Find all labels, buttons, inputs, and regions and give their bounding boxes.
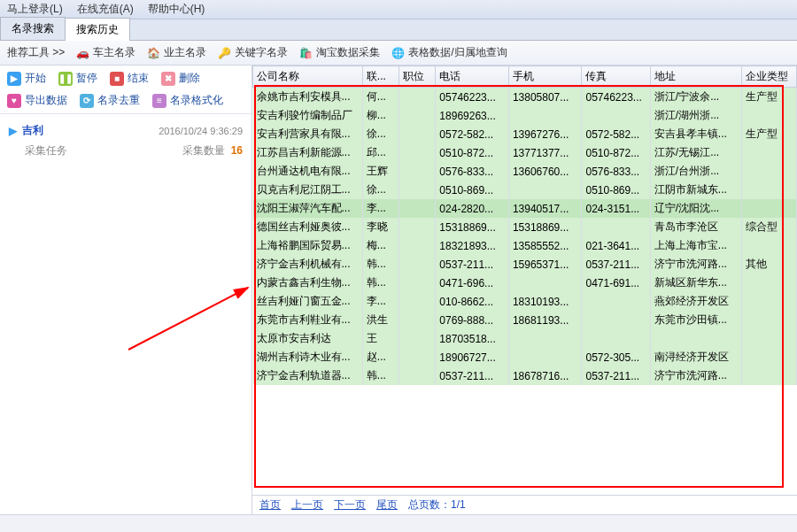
table-row[interactable]: 沈阳王淑萍汽车配...李...024-2820...13940517...024… [253,199,797,218]
btn-export[interactable]: ♥导出数据 [7,93,67,108]
cell-company: 安吉利营家具有限... [253,125,363,143]
table-row[interactable]: 济宁金吉利机械有...韩...0537-211...15965371...053… [253,255,797,274]
table-row[interactable]: 贝克吉利尼江阴工...徐...0510-869...0510-869...江阴市… [253,181,797,199]
table-row[interactable]: 江苏昌吉利新能源...邱...0510-872...13771377...051… [253,143,797,162]
cell-fax: 0510-869... [582,181,650,199]
bag-icon: 🛍️ [298,46,313,60]
cell-fax: 0576-833... [582,162,650,181]
table-row[interactable]: 余姚市吉利安模具...何...05746223...13805807...057… [253,88,797,107]
cell-addr: 东莞市沙田镇... [650,311,741,329]
btn-delete[interactable]: ✖删除 [161,71,200,86]
cell-type [742,274,797,292]
table-row[interactable]: 台州通达机电有限...王辉0576-833...13606760...0576-… [253,162,797,181]
menu-login[interactable]: 马上登录(L) [7,2,63,17]
table-row[interactable]: 安吉利营家具有限...徐...0572-582...13967276...057… [253,125,797,143]
table-row[interactable]: 东莞市吉利鞋业有...洪生0769-888...18681193...东莞市沙田… [253,311,797,329]
right-panel: 公司名称 联... 职位 电话 手机 传真 地址 企业类型 余姚市吉利安模具..… [252,66,797,514]
tab-search[interactable]: 名录搜索 [0,17,66,40]
cell-company: 安吉利骏竹编制品厂 [253,106,363,125]
btn-end[interactable]: ■结束 [110,71,149,86]
table-row[interactable]: 上海裕鹏国际贸易...梅...18321893...13585552...021… [253,236,797,255]
grid-wrap[interactable]: 公司名称 联... 职位 电话 手机 传真 地址 企业类型 余姚市吉利安模具..… [252,66,797,495]
table-row[interactable]: 太原市安吉利达王18703518... [253,329,797,348]
cell-contact: 李... [362,199,398,218]
table-row[interactable]: 内蒙古鑫吉利生物...韩...0471-696...0471-691...新城区… [253,274,797,292]
menu-help[interactable]: 帮助中心(H) [148,2,205,17]
cell-phone: 0537-211... [436,366,509,385]
cell-type [742,199,797,218]
tool-car-owner[interactable]: 🚗车主名录 [75,45,135,60]
cell-addr: 浙江/湖州浙... [650,106,741,125]
cell-contact: 洪生 [362,311,398,329]
cell-type [742,236,797,255]
grid-header-row: 公司名称 联... 职位 电话 手机 传真 地址 企业类型 [253,66,797,88]
left-toolbar: ▶开始 ❚❚暂停 ■结束 ✖删除 ♥导出数据 ⟳名录去重 ≡名录格式化 [0,66,251,114]
cell-phone: 18703518... [436,329,509,348]
cell-fax [582,329,650,348]
cell-phone: 18906727... [436,348,509,366]
table-row[interactable]: 丝吉利娅门窗五金...李...010-8662...18310193...燕郊经… [253,292,797,311]
col-fax[interactable]: 传真 [582,66,650,88]
cell-addr: 济宁市洗河路... [650,366,741,385]
cell-company: 台州通达机电有限... [253,162,363,181]
data-grid: 公司名称 联... 职位 电话 手机 传真 地址 企业类型 余姚市吉利安模具..… [252,66,797,385]
cell-mobile: 15965371... [508,255,582,274]
cell-fax: 021-3641... [582,236,650,255]
tool-keyword[interactable]: 🔑关键字名录 [217,45,288,60]
cell-mobile: 13771377... [508,143,582,162]
cell-title [399,329,436,348]
col-company[interactable]: 公司名称 [253,66,363,88]
cell-mobile [508,181,582,199]
play-icon: ▶ [7,72,21,86]
cell-addr: 燕郊经济开发区 [650,292,741,311]
cell-company: 余姚市吉利安模具... [253,88,363,107]
cell-mobile: 13967276... [508,125,582,143]
pager-prev[interactable]: 上一页 [291,497,323,513]
table-row[interactable]: 湖州吉利诗木业有...赵...18906727...0572-305...南浔经… [253,348,797,366]
tab-history[interactable]: 搜索历史 [65,18,130,41]
cell-contact: 韩... [362,255,398,274]
cell-mobile: 15318869... [508,218,582,236]
cell-type [742,329,797,348]
table-row[interactable]: 济宁金吉利轨道器...韩...0537-211...18678716...053… [253,366,797,385]
cell-type [742,106,797,125]
cell-addr: 江阴市新城东... [650,181,741,199]
cell-addr: 新城区新华东... [650,274,741,292]
cell-title [399,366,436,385]
tool-taobao[interactable]: 🛍️淘宝数据采集 [298,45,380,60]
btn-dedup[interactable]: ⟳名录去重 [80,93,140,108]
pager-next[interactable]: 下一页 [334,497,366,513]
menu-recharge[interactable]: 在线充值(A) [77,2,134,17]
pager-last[interactable]: 尾页 [376,497,398,513]
btn-start[interactable]: ▶开始 [7,71,46,86]
cell-contact: 王 [362,329,398,348]
format-icon: ≡ [152,94,166,108]
table-row[interactable]: 安吉利骏竹编制品厂柳...18969263...浙江/湖州浙... [253,106,797,125]
cell-title [399,106,436,125]
menubar: 马上登录(L) 在线充值(A) 帮助中心(H) [0,0,797,19]
col-title[interactable]: 职位 [399,66,436,88]
task-row[interactable]: ▶吉利 2016/10/24 9:36:29 [0,120,251,142]
cell-addr: 上海上海市宝... [650,236,741,255]
btn-pause[interactable]: ❚❚暂停 [58,71,97,86]
recommend-label: 推荐工具 >> [7,45,65,60]
col-contact[interactable]: 联... [362,66,398,88]
col-mobile[interactable]: 手机 [508,66,582,88]
cell-company: 东莞市吉利鞋业有... [253,311,363,329]
cell-phone: 0572-582... [436,125,509,143]
pager-first[interactable]: 首页 [259,497,281,513]
col-phone[interactable]: 电话 [436,66,509,88]
col-addr[interactable]: 地址 [650,66,741,88]
task-date: 2016/10/24 9:36:29 [159,126,243,136]
cell-fax [582,106,650,125]
tool-property-owner[interactable]: 🏠业主名录 [146,45,206,60]
table-row[interactable]: 德国丝吉利娅奥彼...李晓15318869...15318869...青岛市李沧… [253,218,797,236]
stop-icon: ■ [110,72,124,86]
cell-type [742,292,797,311]
cell-title [399,88,436,107]
export-icon: ♥ [7,94,21,108]
btn-format[interactable]: ≡名录格式化 [152,93,223,108]
col-type[interactable]: 企业类型 [742,66,797,88]
cell-fax: 0537-211... [582,255,650,274]
tool-table-query[interactable]: 🌐表格数据/归属地查询 [391,45,507,60]
